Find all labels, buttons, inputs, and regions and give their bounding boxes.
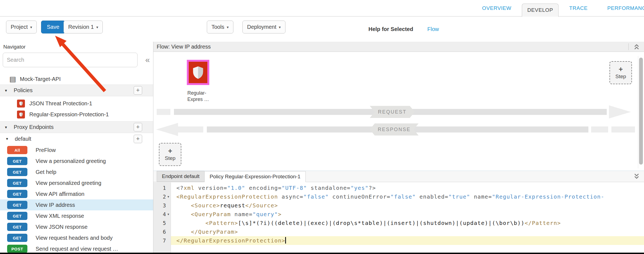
- line-number: 4▾: [153, 210, 171, 219]
- method-badge-all: All: [7, 146, 27, 154]
- nav-item-policy-json-threat[interactable]: JSON Threat Protection-1: [0, 98, 153, 109]
- flow-name: Get help: [36, 169, 56, 175]
- main-content: Navigator « ▤ Mock-Target-API ▾ Policies…: [0, 42, 644, 254]
- revision-dropdown[interactable]: Revision 1 ▾: [64, 21, 103, 33]
- flow-name: PreFlow: [36, 147, 56, 153]
- deployment-dropdown[interactable]: Deployment ▾: [242, 21, 285, 33]
- line-number: 1: [153, 184, 171, 192]
- navigator-tree: ▤ Mock-Target-API ▾ Policies + JSON Thre…: [0, 72, 153, 254]
- tab-overview[interactable]: OVERVIEW: [482, 0, 511, 16]
- tab-develop[interactable]: DEVELOP: [522, 4, 559, 17]
- add-proxy-endpoint-button[interactable]: +: [134, 123, 142, 131]
- fold-toggle-icon[interactable]: ▾: [166, 195, 171, 199]
- flow-name: View request headers and body: [36, 235, 113, 241]
- editor-tab-policy-regex-protection[interactable]: Policy Regular-Expression-Protection-1: [204, 171, 306, 182]
- editor-tab-endpoint-default[interactable]: Endpoint default: [157, 171, 204, 182]
- app-header: OVERVIEW DEVELOP TRACE PERFORMANCE: [0, 0, 644, 16]
- sidebar-collapse-icon[interactable]: «: [144, 53, 151, 66]
- response-lane-segment: [178, 126, 203, 132]
- flow-canvas[interactable]: Regular- Expres … REQUEST RESPONSE + S: [153, 52, 644, 171]
- nav-item-flow-view-a-personalized-greeting[interactable]: GET View a personalized greeting: [0, 156, 153, 166]
- save-button[interactable]: Save: [41, 21, 65, 33]
- method-badge-get: GET: [7, 223, 27, 231]
- code-line: <QueryParam name="query">: [171, 210, 644, 219]
- policies-section-label: Policies: [14, 87, 33, 94]
- save-button-label: Save: [47, 24, 59, 30]
- add-step-button-request[interactable]: + Step: [609, 61, 632, 84]
- policy-name: Regular-Expression-Protection-1: [29, 111, 109, 118]
- add-flow-button[interactable]: +: [134, 135, 142, 143]
- chevron-down-icon: ▾: [227, 25, 229, 29]
- method-badge-get: GET: [7, 179, 27, 187]
- chevron-down-icon: ▾: [279, 25, 281, 29]
- shield-icon: [17, 100, 25, 108]
- nav-item-flow-view-json-response[interactable]: GET View JSON response: [0, 221, 153, 232]
- collapse-editor-panel-icon[interactable]: [633, 173, 640, 180]
- code-line: <RegularExpressionProtection async="fals…: [171, 192, 644, 201]
- policies-section-header[interactable]: ▾ Policies +: [0, 84, 153, 96]
- nav-item-flow-view-request-headers-and-body[interactable]: GET View request headers and body: [0, 232, 153, 243]
- project-dropdown-label: Project: [11, 24, 28, 30]
- method-badge-get: GET: [7, 212, 27, 220]
- line-number: 2▾: [153, 192, 171, 201]
- method-badge-get: GET: [7, 157, 27, 165]
- shield-icon: [17, 111, 25, 118]
- code-gutter: 12▾34▾567: [153, 182, 171, 254]
- flow-scrollbar-thumb[interactable]: [639, 58, 643, 165]
- policy-node-regex-protection[interactable]: [187, 60, 209, 85]
- toolbar: Project ▾ Save Revision 1 ▾ Tools ▾ Depl…: [0, 17, 644, 42]
- navigator-search-input[interactable]: [3, 53, 138, 67]
- method-badge-get: GET: [7, 201, 27, 209]
- code-lines: <?xml version="1.0" encoding="UTF-8" sta…: [171, 182, 644, 254]
- nav-item-endpoint-default[interactable]: ▾ default +: [0, 133, 153, 145]
- add-step-button-response[interactable]: + Step: [159, 143, 181, 166]
- policy-name: JSON Threat Protection-1: [29, 100, 92, 107]
- tools-dropdown[interactable]: Tools ▾: [207, 21, 233, 33]
- plus-icon: +: [168, 148, 172, 154]
- method-badge-get: GET: [7, 190, 27, 198]
- flow-name: View JSON response: [36, 224, 88, 230]
- code-line: </RegularExpressionProtection>: [171, 236, 644, 245]
- method-badge-post: POST: [7, 245, 27, 253]
- request-lane-banner: REQUEST: [370, 106, 415, 118]
- flow-name: View a personalized greeting: [36, 158, 106, 164]
- help-flow-link[interactable]: Flow: [427, 17, 439, 42]
- nav-item-flow-get-help[interactable]: GET Get help: [0, 166, 153, 177]
- proxy-endpoints-section-label: Proxy Endpoints: [14, 124, 54, 130]
- project-dropdown[interactable]: Project ▾: [6, 21, 37, 33]
- request-arrowhead-icon: [609, 105, 631, 118]
- nav-item-flow-view-api-affirmation[interactable]: GET View API affirmation: [0, 188, 153, 199]
- response-lane-banner: RESPONSE: [370, 123, 419, 136]
- tools-dropdown-label: Tools: [211, 24, 224, 30]
- nav-item-flow-view-xml-response[interactable]: GET View XML response: [0, 210, 153, 221]
- tab-performance[interactable]: PERFORMANCE: [607, 0, 644, 16]
- nav-item-flow-view-personalized-greeting[interactable]: GET View personalized greeting: [0, 177, 153, 188]
- api-proxy-icon: ▤: [9, 75, 16, 83]
- line-number: 5: [153, 219, 171, 227]
- chevron-down-icon: ▾: [96, 25, 98, 29]
- method-badge-get: GET: [7, 168, 27, 176]
- nav-item-flow-view-ip-address[interactable]: GET View IP address: [0, 199, 153, 210]
- chevron-down-icon: ▾: [5, 125, 10, 130]
- chevron-down-icon: ▾: [5, 88, 10, 93]
- nav-item-api-proxy[interactable]: ▤ Mock-Target-API: [0, 74, 153, 84]
- deployment-dropdown-label: Deployment: [247, 24, 276, 30]
- nav-item-flow-preflow[interactable]: All PreFlow: [0, 145, 153, 156]
- flow-panel-title: Flow: View IP address: [157, 44, 211, 50]
- tab-trace[interactable]: TRACE: [569, 0, 588, 16]
- flow-scrollbar[interactable]: [638, 56, 643, 168]
- plus-icon: +: [619, 66, 623, 72]
- api-proxy-name: Mock-Target-API: [20, 76, 61, 82]
- shield-icon: [192, 65, 204, 80]
- code-editor[interactable]: 12▾34▾567 <?xml version="1.0" encoding="…: [153, 182, 644, 254]
- fold-toggle-icon[interactable]: ▾: [166, 212, 171, 216]
- chevron-down-icon: ▾: [30, 25, 32, 29]
- collapse-flow-panel-icon[interactable]: [633, 43, 640, 50]
- endpoint-group-label: default: [15, 136, 31, 142]
- add-policy-button[interactable]: +: [134, 86, 142, 95]
- response-lane-segment: [611, 126, 635, 132]
- flow-name: View API affirmation: [36, 191, 84, 197]
- proxy-endpoints-section-header[interactable]: ▾ Proxy Endpoints +: [0, 121, 153, 133]
- nav-item-policy-regex-protection[interactable]: Regular-Expression-Protection-1: [0, 109, 153, 120]
- flow-name: View IP address: [36, 202, 75, 208]
